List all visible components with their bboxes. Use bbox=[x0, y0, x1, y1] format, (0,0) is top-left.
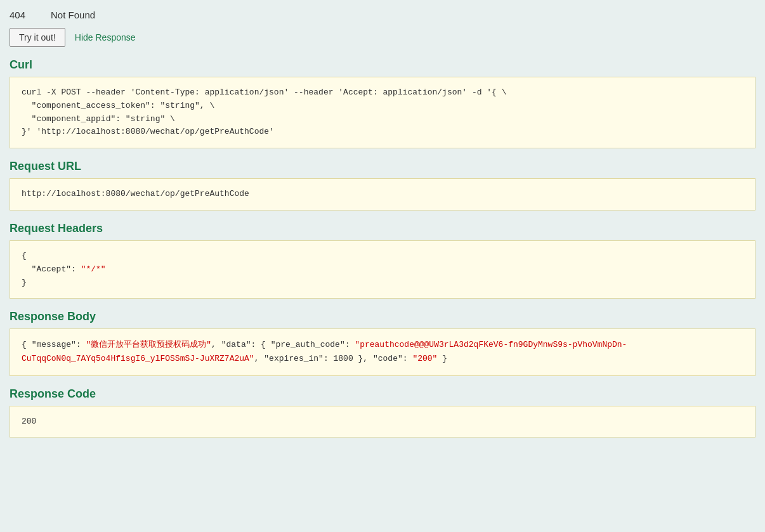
curl-section: Curl curl -X POST --header 'Content-Type… bbox=[10, 58, 755, 148]
status-text: Not Found bbox=[51, 10, 95, 20]
response-code-title: Response Code bbox=[10, 387, 755, 401]
curl-section-title: Curl bbox=[10, 58, 755, 72]
status-row: 404 Not Found bbox=[10, 6, 755, 20]
response-body-title: Response Body bbox=[10, 310, 755, 323]
response-code-block: 200 bbox=[10, 406, 755, 438]
request-url-block: http://localhost:8080/wechat/op/getPreAu… bbox=[10, 178, 755, 211]
hide-response-link[interactable]: Hide Response bbox=[75, 32, 136, 42]
response-code-section: Response Code 200 bbox=[10, 387, 755, 438]
request-url-title: Request URL bbox=[10, 160, 755, 173]
response-body-section: Response Body { "message": "微信开放平台获取预授权码… bbox=[10, 310, 755, 375]
request-headers-title: Request Headers bbox=[10, 222, 755, 235]
action-row: Try it out! Hide Response bbox=[10, 28, 755, 47]
request-headers-section: Request Headers { "Accept": "*/*" } bbox=[10, 222, 755, 299]
response-body-block: { "message": "微信开放平台获取预授权码成功", "data": {… bbox=[10, 328, 755, 375]
try-it-button[interactable]: Try it out! bbox=[10, 28, 65, 47]
page-container: 404 Not Found Try it out! Hide Response … bbox=[0, 0, 765, 532]
request-url-section: Request URL http://localhost:8080/wechat… bbox=[10, 160, 755, 211]
status-code: 404 bbox=[10, 10, 25, 20]
curl-code-block: curl -X POST --header 'Content-Type: app… bbox=[10, 77, 755, 148]
request-headers-block: { "Accept": "*/*" } bbox=[10, 240, 755, 299]
